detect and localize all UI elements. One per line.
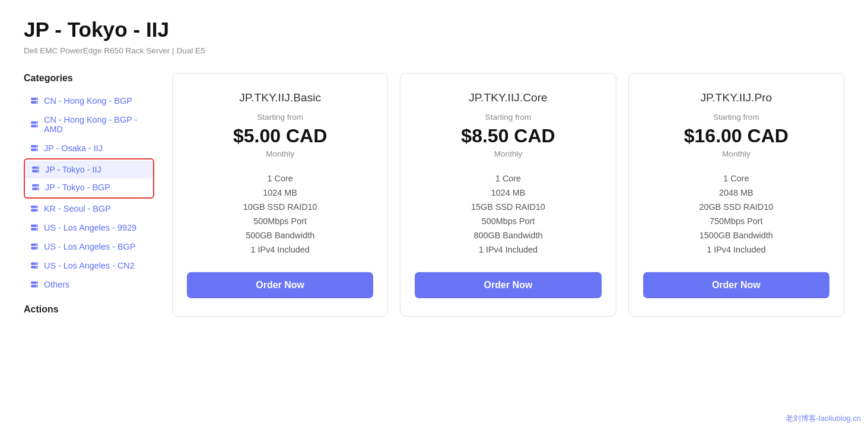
svg-point-38 xyxy=(36,282,37,283)
svg-point-3 xyxy=(36,102,37,103)
svg-point-10 xyxy=(36,146,37,147)
svg-point-14 xyxy=(37,167,39,168)
billing-period-pro: Monthly xyxy=(722,149,751,158)
server-icon xyxy=(30,204,39,213)
spec-item: 15GB SSD RAID10 xyxy=(415,200,601,214)
spec-item: 2048 MB xyxy=(643,186,829,200)
spec-item: 1500GB Bandwidth xyxy=(643,228,829,242)
sidebar-items-container: CN - Hong Kong - BGP CN - Hong Kong - BG… xyxy=(24,92,154,293)
sidebar-item-others[interactable]: Others xyxy=(24,276,154,293)
price-basic: $5.00 CAD xyxy=(233,125,327,147)
pricing-card-basic: JP.TKY.IIJ.BasicStarting from$5.00 CADMo… xyxy=(172,73,388,317)
sidebar-item-label: US - Los Angeles - CN2 xyxy=(44,261,135,270)
starting-from-core: Starting from xyxy=(485,113,532,122)
spec-item: 1 IPv4 Included xyxy=(415,242,601,257)
svg-point-35 xyxy=(36,267,37,268)
sidebar: Categories CN - Hong Kong - BGP CN - Hon… xyxy=(24,73,154,315)
sidebar-item-jp-osaka-iij[interactable]: JP - Osaka - IIJ xyxy=(24,139,154,157)
spec-item: 1 Core xyxy=(643,171,829,186)
server-icon xyxy=(30,143,39,153)
billing-period-basic: Monthly xyxy=(266,149,294,158)
spec-item: 1024 MB xyxy=(415,186,601,200)
server-icon xyxy=(30,261,39,270)
sidebar-item-cn-hk-bgp[interactable]: CN - Hong Kong - BGP xyxy=(24,92,154,110)
server-icon xyxy=(30,120,39,129)
sidebar-item-label: JP - Tokyo - BGP xyxy=(45,183,110,192)
order-button-basic[interactable]: Order Now xyxy=(187,272,373,298)
svg-point-34 xyxy=(36,263,37,264)
specs-pro: 1 Core2048 MB20GB SSD RAID10750Mbps Port… xyxy=(643,171,829,257)
sidebar-item-label: Others xyxy=(44,280,69,289)
sidebar-item-label: US - Los Angeles - 9929 xyxy=(44,223,136,232)
svg-point-15 xyxy=(37,171,39,172)
sidebar-item-us-la-cn2[interactable]: US - Los Angeles - CN2 xyxy=(24,257,154,274)
starting-from-basic: Starting from xyxy=(257,113,303,122)
spec-item: 1024 MB xyxy=(187,186,373,200)
svg-point-26 xyxy=(36,225,37,226)
sidebar-item-kr-seoul-bgp[interactable]: KR - Seoul - BGP xyxy=(24,200,154,218)
sidebar-item-label: JP - Tokyo - IIJ xyxy=(45,165,101,174)
server-icon xyxy=(30,280,39,289)
page-title: JP - Tokyo - IIJ xyxy=(24,18,844,41)
sidebar-item-label: US - Los Angeles - BGP xyxy=(44,242,135,251)
sidebar-item-jp-tokyo-bgp[interactable]: JP - Tokyo - BGP xyxy=(25,178,153,196)
actions-label: Actions xyxy=(24,304,154,315)
svg-point-22 xyxy=(36,206,37,207)
svg-point-31 xyxy=(36,248,37,249)
order-button-pro[interactable]: Order Now xyxy=(643,272,829,298)
pricing-card-pro: JP.TKY.IIJ.ProStarting from$16.00 CADMon… xyxy=(628,73,844,317)
svg-point-27 xyxy=(36,229,37,230)
server-icon xyxy=(30,223,39,232)
billing-period-core: Monthly xyxy=(494,149,523,158)
plan-name-core: JP.TKY.IIJ.Core xyxy=(469,91,548,104)
spec-item: 1 IPv4 Included xyxy=(643,242,829,257)
sidebar-item-label: CN - Hong Kong - BGP xyxy=(44,96,132,106)
svg-point-11 xyxy=(36,149,37,151)
plan-name-basic: JP.TKY.IIJ.Basic xyxy=(239,91,321,104)
svg-point-18 xyxy=(37,185,39,186)
svg-point-30 xyxy=(36,244,37,245)
svg-point-19 xyxy=(37,189,39,190)
price-core: $8.50 CAD xyxy=(461,125,555,147)
order-button-core[interactable]: Order Now xyxy=(415,272,601,298)
main-layout: Categories CN - Hong Kong - BGP CN - Hon… xyxy=(24,73,844,317)
spec-item: 20GB SSD RAID10 xyxy=(643,200,829,214)
server-icon xyxy=(31,165,40,174)
server-icon xyxy=(30,96,39,106)
sidebar-item-us-la-9929[interactable]: US - Los Angeles - 9929 xyxy=(24,219,154,237)
sidebar-item-label: JP - Osaka - IIJ xyxy=(44,143,103,153)
spec-item: 800GB Bandwidth xyxy=(415,228,601,242)
spec-item: 1 Core xyxy=(415,171,601,186)
price-pro: $16.00 CAD xyxy=(684,125,788,147)
pricing-area: JP.TKY.IIJ.BasicStarting from$5.00 CADMo… xyxy=(172,73,844,317)
starting-from-pro: Starting from xyxy=(713,113,759,122)
svg-point-7 xyxy=(36,126,37,127)
sidebar-item-us-la-bgp[interactable]: US - Los Angeles - BGP xyxy=(24,238,154,256)
spec-item: 500GB Bandwidth xyxy=(187,228,373,242)
server-icon xyxy=(31,183,40,192)
spec-item: 10GB SSD RAID10 xyxy=(187,200,373,214)
sidebar-item-label: KR - Seoul - BGP xyxy=(44,204,111,213)
spec-item: 750Mbps Port xyxy=(643,214,829,228)
sidebar-item-jp-tokyo-iij[interactable]: JP - Tokyo - IIJ xyxy=(25,161,153,178)
sidebar-group-jp-tokyo: JP - Tokyo - IIJ JP - Tokyo - BGP xyxy=(24,158,154,199)
plan-name-pro: JP.TKY.IIJ.Pro xyxy=(700,91,772,104)
svg-point-6 xyxy=(36,122,37,123)
specs-basic: 1 Core1024 MB10GB SSD RAID10500Mbps Port… xyxy=(187,171,373,257)
page-subtitle: Dell EMC PowerEdge R650 Rack Server | Du… xyxy=(24,46,844,55)
sidebar-item-cn-hk-bgp-amd[interactable]: CN - Hong Kong - BGP - AMD xyxy=(24,111,154,138)
server-icon xyxy=(30,242,39,251)
spec-item: 1 IPv4 Included xyxy=(187,242,373,257)
svg-point-23 xyxy=(36,210,37,211)
svg-point-2 xyxy=(36,98,37,100)
categories-label: Categories xyxy=(24,73,154,84)
specs-core: 1 Core1024 MB15GB SSD RAID10500Mbps Port… xyxy=(415,171,601,257)
sidebar-item-label: CN - Hong Kong - BGP - AMD xyxy=(44,115,148,134)
svg-point-39 xyxy=(36,286,37,287)
pricing-card-core: JP.TKY.IIJ.CoreStarting from$8.50 CADMon… xyxy=(400,73,616,317)
spec-item: 1 Core xyxy=(187,171,373,186)
spec-item: 500Mbps Port xyxy=(187,214,373,228)
spec-item: 500Mbps Port xyxy=(415,214,601,228)
